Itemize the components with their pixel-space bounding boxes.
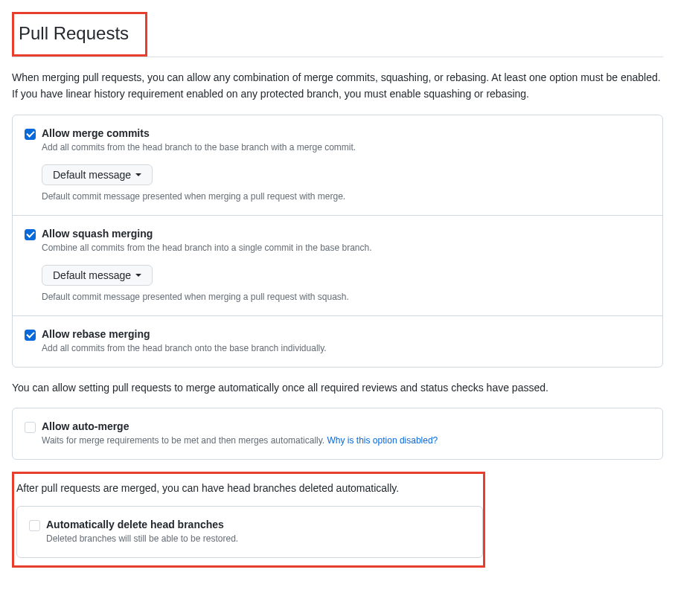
allow-auto-merge-desc: Waits for merge requirements to be met a… [42, 434, 650, 447]
merge-commit-message-dropdown[interactable]: Default message [42, 164, 153, 185]
auto-delete-box: Automatically delete head branches Delet… [16, 506, 483, 558]
caret-down-icon [135, 173, 141, 176]
merge-methods-intro: When merging pull requests, you can allo… [12, 69, 663, 103]
allow-auto-merge-checkbox[interactable] [25, 422, 36, 433]
allow-merge-commits-desc: Add all commits from the head branch to … [42, 141, 650, 154]
dropdown-label: Default message [53, 269, 131, 281]
highlighted-title-region: Pull Requests [12, 12, 147, 57]
auto-merge-row: Allow auto-merge Waits for merge require… [13, 408, 662, 459]
allow-squash-merging-label: Allow squash merging [42, 228, 650, 240]
allow-squash-merging-desc: Combine all commits from the head branch… [42, 241, 650, 254]
allow-merge-commits-label: Allow merge commits [42, 127, 650, 139]
allow-merge-commits-checkbox[interactable] [25, 129, 36, 140]
why-disabled-link[interactable]: Why is this option disabled? [327, 435, 438, 446]
merge-methods-box: Allow merge commits Add all commits from… [12, 115, 663, 368]
auto-merge-box: Allow auto-merge Waits for merge require… [12, 408, 663, 460]
squash-merging-row: Allow squash merging Combine all commits… [13, 216, 662, 316]
highlighted-auto-delete-region: After pull requests are merged, you can … [12, 472, 485, 567]
auto-delete-branches-desc: Deleted branches will still be able to b… [46, 532, 470, 545]
title-divider [12, 57, 663, 57]
auto-merge-intro: You can allow setting pull requests to m… [12, 379, 663, 396]
dropdown-label: Default message [53, 169, 131, 181]
squash-commit-message-note: Default commit message presented when me… [42, 290, 650, 304]
auto-delete-row: Automatically delete head branches Delet… [17, 507, 482, 557]
caret-down-icon [135, 274, 141, 277]
rebase-merging-row: Allow rebase merging Add all commits fro… [13, 316, 662, 367]
allow-auto-merge-label: Allow auto-merge [42, 420, 650, 432]
auto-delete-intro: After pull requests are merged, you can … [16, 480, 479, 496]
merge-commits-row: Allow merge commits Add all commits from… [13, 115, 662, 216]
allow-rebase-merging-checkbox[interactable] [25, 330, 36, 341]
merge-commit-message-note: Default commit message presented when me… [42, 190, 650, 203]
squash-commit-message-dropdown[interactable]: Default message [42, 265, 153, 286]
section-title: Pull Requests [19, 23, 129, 44]
auto-delete-branches-checkbox[interactable] [29, 520, 40, 531]
auto-delete-branches-label: Automatically delete head branches [46, 519, 470, 530]
allow-rebase-merging-label: Allow rebase merging [42, 328, 650, 340]
allow-rebase-merging-desc: Add all commits from the head branch ont… [42, 341, 650, 355]
allow-squash-merging-checkbox[interactable] [25, 229, 36, 240]
